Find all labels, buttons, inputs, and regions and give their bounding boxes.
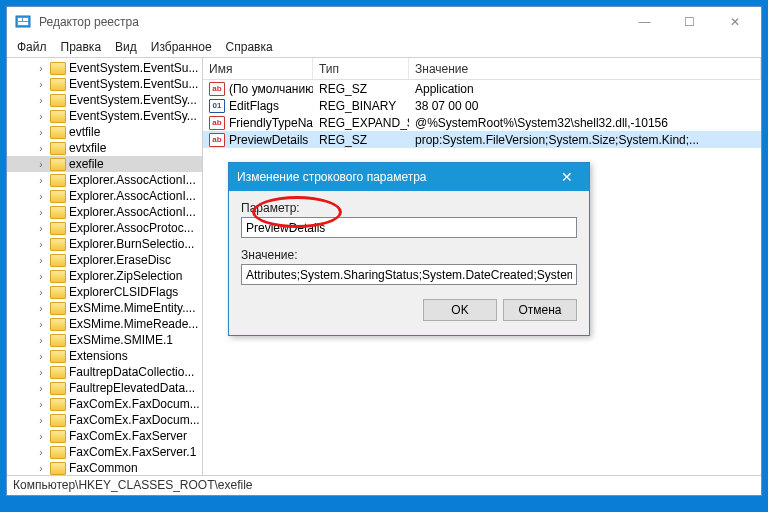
expander-icon[interactable]: ›: [35, 191, 47, 202]
tree-item[interactable]: ›Explorer.AssocActionI...: [7, 204, 202, 220]
expander-icon[interactable]: ›: [35, 319, 47, 330]
list-row[interactable]: 01EditFlagsREG_BINARY38 07 00 00: [203, 97, 761, 114]
folder-icon: [50, 462, 66, 475]
expander-icon[interactable]: ›: [35, 95, 47, 106]
expander-icon[interactable]: ›: [35, 399, 47, 410]
tree-item-label: FaultrepDataCollectio...: [69, 365, 194, 379]
list-row[interactable]: ab(По умолчанию)REG_SZApplication: [203, 80, 761, 97]
expander-icon[interactable]: ›: [35, 303, 47, 314]
expander-icon[interactable]: ›: [35, 255, 47, 266]
tree-item-label: evtfile: [69, 125, 100, 139]
tree-item-label: FaxComEx.FaxServer: [69, 429, 187, 443]
folder-icon: [50, 126, 66, 139]
folder-icon: [50, 174, 66, 187]
tree-item[interactable]: ›FaxComEx.FaxDocum...: [7, 396, 202, 412]
tree-item[interactable]: ›Extensions: [7, 348, 202, 364]
expander-icon[interactable]: ›: [35, 271, 47, 282]
minimize-button[interactable]: —: [622, 8, 667, 36]
menu-help[interactable]: Справка: [220, 38, 279, 56]
tree-item[interactable]: ›ExSMime.SMIME.1: [7, 332, 202, 348]
list-row[interactable]: abPreviewDetailsREG_SZprop:System.FileVe…: [203, 131, 761, 148]
tree-item[interactable]: ›ExplorerCLSIDFlags: [7, 284, 202, 300]
tree-item[interactable]: ›EventSystem.EventSu...: [7, 60, 202, 76]
tree-item[interactable]: ›evtxfile: [7, 140, 202, 156]
expander-icon[interactable]: ›: [35, 159, 47, 170]
tree-item[interactable]: ›FaxComEx.FaxDocum...: [7, 412, 202, 428]
ok-button[interactable]: OK: [423, 299, 497, 321]
expander-icon[interactable]: ›: [35, 127, 47, 138]
col-type[interactable]: Тип: [313, 58, 409, 79]
tree-item[interactable]: ›FaultrepDataCollectio...: [7, 364, 202, 380]
expander-icon[interactable]: ›: [35, 415, 47, 426]
tree-item[interactable]: ›Explorer.EraseDisc: [7, 252, 202, 268]
list-row[interactable]: abFriendlyTypeNa...REG_EXPAND_SZ@%System…: [203, 114, 761, 131]
tree-item[interactable]: ›Explorer.AssocProtoc...: [7, 220, 202, 236]
statusbar: Компьютер\HKEY_CLASSES_ROOT\exefile: [7, 475, 761, 495]
expander-icon[interactable]: ›: [35, 351, 47, 362]
tree-item[interactable]: ›EventSystem.EventSy...: [7, 92, 202, 108]
folder-icon: [50, 222, 66, 235]
maximize-button[interactable]: ☐: [667, 8, 712, 36]
list-header[interactable]: Имя Тип Значение: [203, 58, 761, 80]
value-input[interactable]: [241, 264, 577, 285]
tree-item[interactable]: ›ExSMime.MimeReade...: [7, 316, 202, 332]
dialog-close-button[interactable]: ✕: [553, 169, 581, 185]
tree-item-label: EventSystem.EventSy...: [69, 109, 197, 123]
tree-item[interactable]: ›evtfile: [7, 124, 202, 140]
folder-icon: [50, 206, 66, 219]
tree-item[interactable]: ›Explorer.AssocActionI...: [7, 188, 202, 204]
folder-icon: [50, 142, 66, 155]
tree-item[interactable]: ›EventSystem.EventSu...: [7, 76, 202, 92]
expander-icon[interactable]: ›: [35, 111, 47, 122]
tree-pane[interactable]: ›EventSystem.EventSu...›EventSystem.Even…: [7, 58, 203, 475]
dialog-titlebar[interactable]: Изменение строкового параметра ✕: [229, 163, 589, 191]
tree-item[interactable]: ›Explorer.BurnSelectio...: [7, 236, 202, 252]
folder-icon: [50, 366, 66, 379]
expander-icon[interactable]: ›: [35, 207, 47, 218]
cancel-button[interactable]: Отмена: [503, 299, 577, 321]
tree-item-label: exefile: [69, 157, 104, 171]
expander-icon[interactable]: ›: [35, 287, 47, 298]
binary-value-icon: 01: [209, 99, 225, 113]
tree-item-label: EventSystem.EventSu...: [69, 77, 198, 91]
expander-icon[interactable]: ›: [35, 383, 47, 394]
tree-item-label: FaxComEx.FaxServer.1: [69, 445, 196, 459]
folder-icon: [50, 382, 66, 395]
tree-item[interactable]: ›Explorer.AssocActionI...: [7, 172, 202, 188]
tree-item[interactable]: ›Explorer.ZipSelection: [7, 268, 202, 284]
menu-favorites[interactable]: Избранное: [145, 38, 218, 56]
expander-icon[interactable]: ›: [35, 335, 47, 346]
col-value[interactable]: Значение: [409, 58, 761, 79]
close-button[interactable]: ✕: [712, 8, 757, 36]
tree-item[interactable]: ›EventSystem.EventSy...: [7, 108, 202, 124]
tree-item-label: ExSMime.MimeEntity....: [69, 301, 195, 315]
tree-item-label: Explorer.ZipSelection: [69, 269, 182, 283]
tree-item[interactable]: ›FaxCommon: [7, 460, 202, 475]
expander-icon[interactable]: ›: [35, 239, 47, 250]
col-name[interactable]: Имя: [203, 58, 313, 79]
menu-view[interactable]: Вид: [109, 38, 143, 56]
expander-icon[interactable]: ›: [35, 175, 47, 186]
expander-icon[interactable]: ›: [35, 367, 47, 378]
folder-icon: [50, 158, 66, 171]
tree-item[interactable]: ›FaxComEx.FaxServer.1: [7, 444, 202, 460]
tree-item-label: EventSystem.EventSu...: [69, 61, 198, 75]
tree-item-label: ExplorerCLSIDFlags: [69, 285, 178, 299]
expander-icon[interactable]: ›: [35, 143, 47, 154]
expander-icon[interactable]: ›: [35, 463, 47, 474]
menu-edit[interactable]: Правка: [55, 38, 108, 56]
menu-file[interactable]: Файл: [11, 38, 53, 56]
tree-item[interactable]: ›FaultrepElevatedData...: [7, 380, 202, 396]
expander-icon[interactable]: ›: [35, 447, 47, 458]
expander-icon[interactable]: ›: [35, 79, 47, 90]
folder-icon: [50, 94, 66, 107]
tree-item[interactable]: ›FaxComEx.FaxServer: [7, 428, 202, 444]
tree-item[interactable]: ›exefile: [7, 156, 202, 172]
tree-item[interactable]: ›ExSMime.MimeEntity....: [7, 300, 202, 316]
value-name: PreviewDetails: [229, 133, 308, 147]
expander-icon[interactable]: ›: [35, 431, 47, 442]
folder-icon: [50, 318, 66, 331]
expander-icon[interactable]: ›: [35, 63, 47, 74]
folder-icon: [50, 398, 66, 411]
expander-icon[interactable]: ›: [35, 223, 47, 234]
